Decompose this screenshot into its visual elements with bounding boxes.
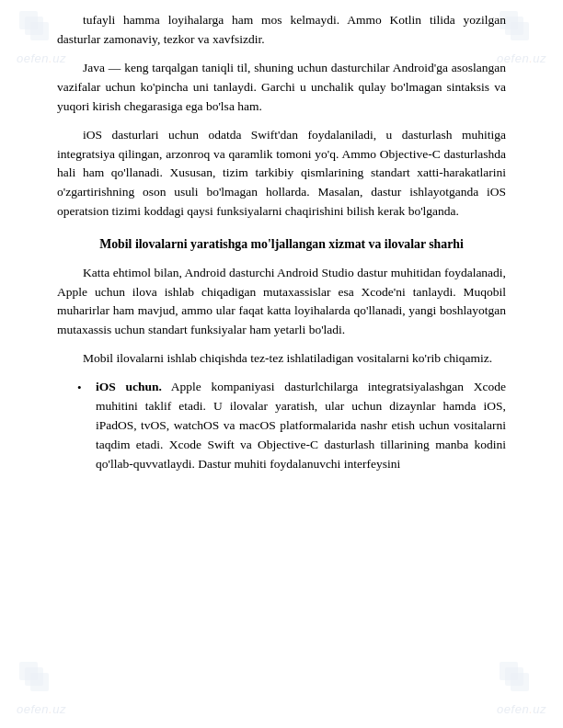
bullet-text-ios: iOS uchun. Apple kompaniyasi dasturlchil… (96, 378, 506, 474)
svg-rect-9 (500, 662, 518, 680)
paragraph-4: Katta ehtimol bilan, Android dasturchi A… (57, 264, 506, 341)
svg-rect-8 (30, 673, 49, 691)
svg-rect-4 (505, 17, 523, 35)
paragraph-1: tufayli hamma loyihalarga ham mos kelmay… (57, 11, 506, 50)
bullet-item-ios: • iOS uchun. Apple kompaniyasi dasturlch… (77, 378, 506, 474)
paragraph-5: Mobil ilovalarni ishlab chiqishda tez-te… (57, 349, 506, 369)
bullet-dot-ios: • (77, 379, 90, 397)
watermark-bottom-right: oefen.uz (497, 660, 546, 719)
paragraph-2: Java — keng tarqalgan taniqli til, shuni… (57, 59, 506, 117)
watermark-bottom-left: oefen.uz (17, 660, 66, 719)
main-content: tufayli hamma loyihalarga ham mos kelmay… (57, 11, 506, 474)
svg-rect-6 (19, 662, 38, 680)
svg-rect-10 (505, 667, 523, 686)
bullet-term-ios: iOS uchun. (96, 380, 162, 393)
svg-rect-2 (30, 22, 49, 40)
svg-rect-1 (25, 17, 43, 35)
paragraph-3: iOS dasturlari uchun odatda Swift'dan fo… (57, 126, 506, 222)
watermark-bottom-right-text: oefen.uz (497, 700, 546, 719)
svg-rect-0 (19, 11, 38, 29)
svg-rect-5 (511, 22, 529, 40)
svg-rect-11 (511, 673, 529, 691)
watermark-bottom-left-text: oefen.uz (17, 700, 66, 719)
section-heading-1: Mobil ilovalarni yaratishga mo'ljallanga… (57, 234, 506, 254)
svg-rect-7 (25, 667, 43, 686)
